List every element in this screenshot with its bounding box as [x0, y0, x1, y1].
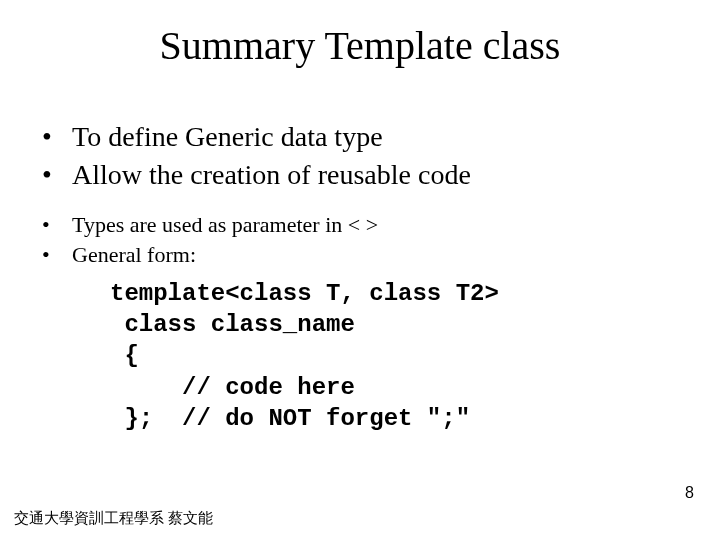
code-block: template<class T, class T2> class class_… — [110, 278, 499, 434]
bullet-dot-icon: • — [42, 156, 72, 194]
bullet-text: General form: — [72, 240, 196, 270]
bullet-item: • To define Generic data type — [42, 118, 471, 156]
bullet-text: To define Generic data type — [72, 118, 383, 156]
page-number: 8 — [685, 484, 694, 502]
code-line: template<class T, class T2> — [110, 280, 499, 307]
bullet-dot-icon: • — [42, 210, 72, 240]
bullet-dot-icon: • — [42, 118, 72, 156]
slide: Summary Template class • To define Gener… — [0, 0, 720, 540]
bullet-list-secondary: • Types are used as parameter in < > • G… — [42, 210, 378, 269]
bullet-item: • Types are used as parameter in < > — [42, 210, 378, 240]
code-line: class class_name — [110, 311, 355, 338]
code-line: { — [110, 342, 139, 369]
slide-title: Summary Template class — [0, 22, 720, 69]
bullet-item: • General form: — [42, 240, 378, 270]
footer-text: 交通大學資訓工程學系 蔡文能 — [14, 509, 213, 528]
bullet-list-primary: • To define Generic data type • Allow th… — [42, 118, 471, 194]
code-line: }; // do NOT forget ";" — [110, 405, 470, 432]
bullet-item: • Allow the creation of reusable code — [42, 156, 471, 194]
bullet-text: Types are used as parameter in < > — [72, 210, 378, 240]
code-line: // code here — [110, 374, 355, 401]
bullet-dot-icon: • — [42, 240, 72, 270]
bullet-text: Allow the creation of reusable code — [72, 156, 471, 194]
